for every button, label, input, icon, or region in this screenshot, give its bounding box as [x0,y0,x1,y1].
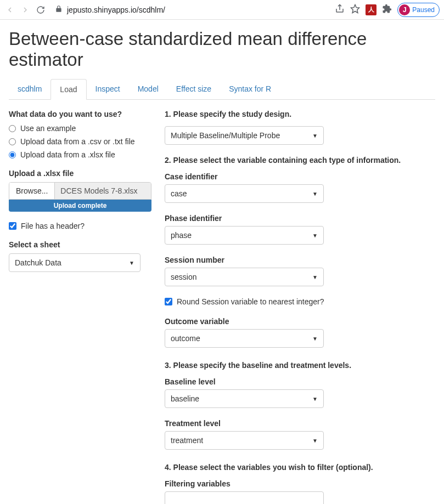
page-title: Between-case standardized mean differenc… [9,29,435,70]
header-checkbox[interactable] [9,222,16,230]
svg-marker-1 [351,5,359,13]
browse-button[interactable]: Browse... [9,183,55,199]
outcome-select[interactable]: outcome ▼ [165,329,324,348]
tab-syntax[interactable]: Syntax for R [220,79,280,99]
baseline-label: Baseline level [165,377,435,386]
share-icon[interactable] [335,4,345,15]
case-select[interactable]: case ▼ [165,184,324,203]
sidebar: What data do you want to use? Use an exa… [9,110,151,504]
radio-xlsx-input[interactable] [9,151,16,158]
outcome-value: outcome [171,334,200,343]
filter-label: Filtering variables [165,479,435,488]
session-select[interactable]: session ▼ [165,268,324,286]
radio-example[interactable]: Use an example [9,124,151,133]
url-text: jepusto.shinyapps.io/scdhlm/ [67,5,165,14]
radio-csv[interactable]: Upload data from a .csv or .txt file [9,137,151,146]
data-source-question: What data do you want to use? [9,110,151,118]
filter-input[interactable] [165,491,324,504]
lock-icon [55,5,63,14]
profile-avatar: J [399,4,410,15]
address-bar[interactable]: jepusto.shinyapps.io/scdhlm/ [50,5,330,14]
step2-heading: 2. Please select the variable containing… [165,156,435,165]
upload-progress: Upload complete [9,200,151,212]
main-panel: 1. Please specify the study design. Mult… [165,110,435,504]
radio-csv-input[interactable] [9,138,16,145]
tab-inspect[interactable]: Inspect [87,79,129,99]
tab-scdhlm[interactable]: scdhlm [9,79,50,99]
phase-value: phase [171,231,192,240]
step4-heading: 4. Please select the variables you wish … [165,463,435,472]
outcome-label: Outcome variable [165,317,435,326]
caret-icon: ▼ [312,274,318,280]
star-icon[interactable] [350,4,360,15]
treatment-value: treatment [171,436,203,445]
file-input: Browse... DCES Models 7-8.xlsx [9,182,151,200]
baseline-value: baseline [171,394,199,403]
tab-load[interactable]: Load [50,79,86,100]
profile-badge[interactable]: J Paused [397,3,440,17]
file-name-display: DCES Models 7-8.xlsx [55,183,151,199]
caret-icon: ▼ [312,191,318,197]
round-checkbox-row[interactable]: Round Session variable to nearest intege… [165,297,435,306]
sheet-label: Select a sheet [9,240,151,249]
pdf-extension-icon[interactable]: 人 [366,4,376,15]
radio-example-label: Use an example [20,124,76,133]
caret-icon: ▼ [312,336,318,342]
radio-csv-label: Upload data from a .csv or .txt file [20,137,135,146]
forward-button[interactable] [20,4,31,15]
caret-icon: ▼ [312,438,318,444]
treatment-select[interactable]: treatment ▼ [165,431,324,450]
case-label: Case identifier [165,172,435,181]
round-checkbox-label: Round Session variable to nearest intege… [177,297,324,306]
design-select[interactable]: Multiple Baseline/Multiple Probe ▼ [165,126,324,145]
step1-heading: 1. Please specify the study design. [165,110,435,118]
profile-status: Paused [412,6,435,14]
tab-model[interactable]: Model [129,79,167,99]
header-checkbox-row[interactable]: File has a header? [9,222,151,230]
upload-label: Upload a .xlsx file [9,169,151,178]
tab-bar: scdhlm Load Inspect Model Effect size Sy… [9,79,435,100]
phase-select[interactable]: phase ▼ [165,226,324,245]
header-checkbox-label: File has a header? [21,222,85,230]
design-value: Multiple Baseline/Multiple Probe [171,131,280,140]
phase-label: Phase identifier [165,214,435,223]
browser-toolbar: jepusto.shinyapps.io/scdhlm/ 人 J Paused [0,0,444,20]
reload-button[interactable] [35,4,46,15]
round-checkbox[interactable] [165,298,172,305]
session-value: session [171,273,196,281]
case-value: case [171,189,187,198]
treatment-label: Treatment level [165,419,435,428]
caret-icon: ▼ [129,260,134,266]
sheet-value: Datchuk Data [15,258,61,267]
toolbar-icons: 人 J Paused [335,3,440,17]
tab-effect-size[interactable]: Effect size [167,79,220,99]
session-label: Session number [165,256,435,264]
extensions-icon[interactable] [382,4,392,15]
baseline-select[interactable]: baseline ▼ [165,389,324,408]
caret-icon: ▼ [312,396,318,402]
page-content: Between-case standardized mean differenc… [0,20,444,504]
radio-example-input[interactable] [9,125,16,132]
radio-xlsx-label: Upload data from a .xlsx file [20,150,115,159]
step3-heading: 3. Please specify the baseline and treat… [165,361,435,370]
caret-icon: ▼ [312,133,318,139]
sheet-select[interactable]: Datchuk Data ▼ [9,253,140,272]
profile-letter: J [403,6,407,14]
radio-xlsx[interactable]: Upload data from a .xlsx file [9,150,151,159]
back-button[interactable] [4,4,15,15]
caret-icon: ▼ [312,233,318,239]
